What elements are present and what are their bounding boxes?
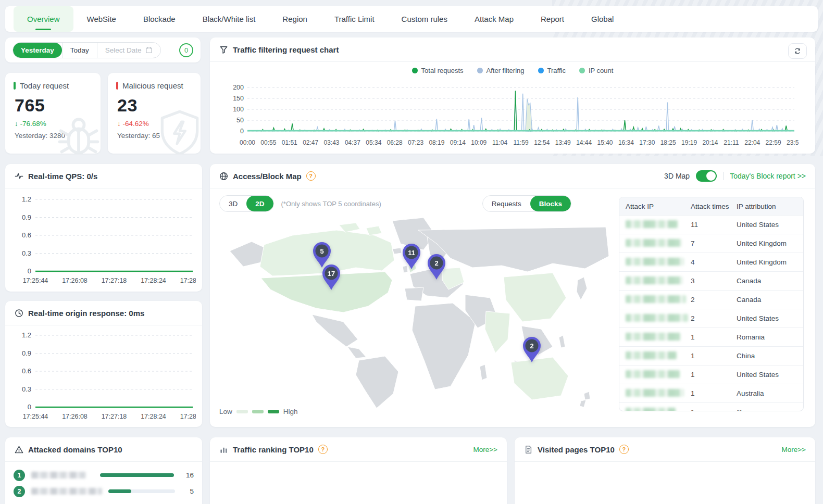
- map-pin-2[interactable]: 2: [520, 335, 543, 363]
- svg-text:2: 2: [530, 342, 533, 350]
- attack-times: 7: [691, 240, 737, 247]
- domain-attack-count: 16: [180, 471, 194, 479]
- svg-text:02:47: 02:47: [303, 139, 318, 146]
- nav-tab-custom-rules[interactable]: Custom rules: [388, 6, 461, 32]
- map-help-icon[interactable]: ?: [306, 171, 316, 181]
- map-3d-label: 3D Map: [664, 172, 690, 180]
- ip-attribution: United Kingdom: [737, 258, 797, 266]
- nav-tab-attack-map[interactable]: Attack Map: [461, 6, 527, 32]
- calendar-icon: [145, 46, 153, 54]
- world-map: 5171122: [219, 210, 615, 409]
- requests-button[interactable]: Requests: [483, 196, 530, 211]
- legend-item-traffic[interactable]: Traffic: [538, 67, 566, 74]
- attack-times: 1: [691, 352, 737, 360]
- legend-item-total-requests[interactable]: Total requests: [412, 67, 464, 74]
- svg-text:00:00: 00:00: [240, 139, 255, 146]
- refresh-button[interactable]: [788, 43, 807, 59]
- masked-ip: [626, 408, 676, 412]
- svg-text:11:04: 11:04: [492, 139, 507, 146]
- nav-tab-global[interactable]: Global: [578, 6, 627, 32]
- map-2d-button[interactable]: 2D: [246, 196, 273, 211]
- globe-icon: [219, 172, 228, 181]
- legend-item-ip-count[interactable]: IP count: [579, 67, 613, 74]
- visited-help-icon[interactable]: ?: [619, 445, 629, 454]
- map-pin-2[interactable]: 2: [425, 253, 448, 281]
- nav-tab-website[interactable]: WebSite: [73, 6, 130, 32]
- ip-attribution: China: [737, 352, 797, 360]
- svg-text:17:26:08: 17:26:08: [62, 277, 88, 284]
- origin-panel: Real-time origin response: 0ms 1.20.90.6…: [5, 301, 202, 427]
- svg-text:200: 200: [233, 84, 244, 91]
- attacked-domains-panel: Attacked domains TOP10 11625: [5, 437, 202, 504]
- select-date-input[interactable]: Select Date: [97, 43, 160, 58]
- legend-item-after-filtering[interactable]: After filtering: [477, 67, 525, 74]
- world-map-svg: [219, 210, 615, 409]
- svg-text:0.3: 0.3: [22, 385, 31, 393]
- svg-text:5: 5: [320, 247, 323, 255]
- attack-ip-row: 4United Kingdom: [619, 253, 803, 271]
- domain-bar: [100, 473, 174, 477]
- malicious-request-card: Malicious request 23 ↓ -64.62% Yesterday…: [108, 73, 201, 154]
- ranking-more-link[interactable]: More>>: [473, 446, 497, 453]
- attack-ip-row: 7United Kingdom: [619, 234, 803, 253]
- visited-more-link[interactable]: More>>: [781, 446, 806, 453]
- visited-pages-title: Visited pages TOP10: [538, 445, 615, 454]
- yesterday-button[interactable]: Yesterday: [13, 43, 62, 58]
- attack-times: 1: [691, 408, 737, 411]
- nav-tab-region[interactable]: Region: [269, 6, 321, 32]
- traffic-ranking-panel: Traffic ranking TOP10 ? More>>: [210, 437, 507, 504]
- select-date-placeholder: Select Date: [105, 46, 142, 54]
- masked-ip: [626, 220, 678, 228]
- svg-text:16:34: 16:34: [618, 139, 634, 146]
- svg-text:0: 0: [240, 128, 244, 135]
- svg-text:50: 50: [236, 117, 244, 124]
- blocks-button[interactable]: Blocks: [530, 196, 571, 211]
- masked-ip: [626, 239, 682, 247]
- qps-chart: 1.20.90.60.3017:25:4417:26:0817:27:1817:…: [13, 195, 196, 291]
- warning-icon: [15, 445, 23, 454]
- svg-text:0.9: 0.9: [22, 349, 31, 357]
- map-3d-toggle[interactable]: [696, 170, 717, 182]
- nav-tab-traffic-limit[interactable]: Traffic Limit: [321, 6, 388, 32]
- map-3d-button[interactable]: 3D: [220, 196, 246, 211]
- attack-ip-row: 1Australia: [619, 384, 803, 402]
- svg-text:100: 100: [233, 106, 244, 113]
- svg-text:15:40: 15:40: [597, 139, 613, 146]
- accent-bar: [116, 82, 118, 90]
- attack-ip-row: 1China: [619, 346, 803, 365]
- attack-ip-row: 1United States: [619, 365, 803, 384]
- top-nav: OverviewWebSiteBlockadeBlack/White listR…: [5, 6, 818, 32]
- malicious-request-label: Malicious request: [122, 81, 183, 90]
- accent-bar: [14, 82, 16, 90]
- svg-text:0: 0: [28, 267, 31, 275]
- nav-tab-overview[interactable]: Overview: [14, 6, 73, 32]
- ranking-help-icon[interactable]: ?: [318, 445, 328, 454]
- svg-text:05:34: 05:34: [366, 139, 381, 146]
- svg-text:21:11: 21:11: [724, 139, 739, 146]
- block-report-link[interactable]: Today's Block report >>: [730, 172, 806, 180]
- nav-tab-report[interactable]: Report: [527, 6, 578, 32]
- shield-bolt-icon: [157, 109, 201, 154]
- masked-ip: [626, 314, 688, 322]
- ip-attribution: Canada: [737, 277, 797, 285]
- traffic-ranking-title: Traffic ranking TOP10: [233, 445, 314, 454]
- svg-text:13:49: 13:49: [555, 139, 571, 146]
- ip-attribution: Australia: [737, 389, 797, 397]
- attack-ip-row: 1Germany: [619, 402, 803, 411]
- svg-text:0.9: 0.9: [22, 213, 31, 221]
- nav-tab-black-white-list[interactable]: Black/White list: [189, 6, 269, 32]
- map-pin-11[interactable]: 11: [400, 242, 423, 270]
- svg-text:17:25:44: 17:25:44: [23, 413, 48, 420]
- rank-badge: 2: [14, 486, 25, 497]
- svg-text:18:25: 18:25: [660, 139, 676, 146]
- clock-icon: [15, 309, 23, 318]
- today-button[interactable]: Today: [62, 43, 97, 58]
- bar-chart-icon: [219, 445, 228, 454]
- map-pin-17[interactable]: 17: [320, 263, 343, 291]
- svg-text:14:44: 14:44: [576, 139, 592, 146]
- svg-text:0.3: 0.3: [22, 249, 31, 257]
- visited-pages-panel: Visited pages TOP10 ? More>>: [515, 437, 815, 504]
- nav-tab-blockade[interactable]: Blockade: [130, 6, 189, 32]
- svg-text:04:37: 04:37: [345, 139, 360, 146]
- attacked-domain-row: 25: [5, 483, 202, 499]
